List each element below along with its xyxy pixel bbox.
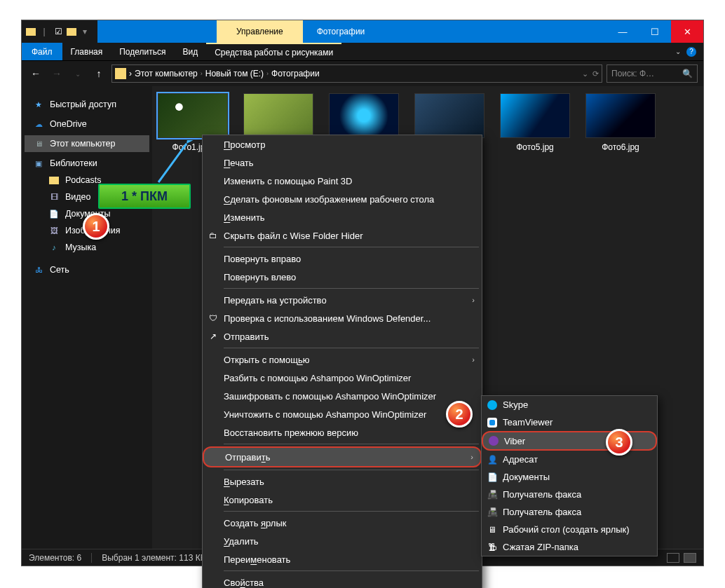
ctx-copy[interactable]: Копировать [203,491,482,509]
sendto-fax-1[interactable]: 📠Получатель факса [482,486,657,503]
search-input[interactable]: Поиск: Ф… 🔍 [607,64,698,83]
menu-separator [224,444,479,444]
navigation-bar: ← → ⌄ ↑ › Этот компьютер› Новый том (E:)… [22,61,703,86]
menu-label: Создать ярлык [224,518,286,528]
ctx-print[interactable]: Печать [203,153,482,172]
help-icon[interactable]: ? [686,47,696,57]
menu-label: TeamViewer [503,417,553,428]
large-icons-view-button[interactable] [684,553,696,563]
sidebar-quick-access[interactable]: ★Быстрый доступ [25,96,149,113]
library-icon: ▣ [33,158,44,169]
teamviewer-icon [486,418,499,428]
ctx-rename[interactable]: Переименовать [203,550,482,568]
sidebar-item-label: Библиотеки [50,158,97,168]
annotation-callout-1: 1 * ПКМ [98,184,191,209]
menu-label: Отправить [224,331,269,342]
chevron-right-icon: › [472,355,475,364]
thumbnail-image [500,93,570,138]
menu-label: Документы [503,472,550,482]
crumb-this-pc[interactable]: Этот компьютер [135,69,198,78]
minimize-button[interactable]: — [607,20,639,43]
ctx-properties[interactable]: Свойства [203,573,482,588]
up-button[interactable]: ↑ [90,65,107,82]
menu-label: Изменить [224,212,265,223]
sidebar-lib-music[interactable]: ♪Музыка [25,239,149,256]
sendto-mail-recipient[interactable]: 👤Адресат [482,451,657,468]
tab-share[interactable]: Поделиться [111,43,174,60]
ctx-edit[interactable]: Изменить [203,208,482,226]
tab-picture-tools[interactable]: Средства работы с рисунками [206,43,341,60]
file-thumbnail[interactable]: Фото6.jpg [585,93,656,152]
open-folder-icon[interactable] [67,28,76,36]
annotation-badge-3: 3 [606,429,632,456]
sendto-skype[interactable]: Skype [482,396,657,413]
ctx-view[interactable]: Просмотр [203,135,482,153]
ctx-ashampoo-destroy[interactable]: Уничтожить с помощью Ashampoo WinOptimiz… [203,405,482,423]
status-selection: Выбран 1 элемент: 113 КБ [102,553,205,563]
ribbon-expand-icon[interactable]: ⌄ [675,48,681,55]
menu-label: Проверка с использованием Windows Defend… [224,313,431,324]
ctx-restore-version[interactable]: Восстановить прежнюю версию [203,423,482,442]
ctx-create-shortcut[interactable]: Создать ярлык [203,514,482,532]
ctx-share[interactable]: ↗Отправить [203,327,482,346]
chevron-right-icon[interactable]: › [266,70,269,77]
address-bar[interactable]: › Этот компьютер› Новый том (E:)› Фотогр… [111,64,602,83]
crumb-folder[interactable]: Фотографии [271,69,320,78]
zip-icon: 🗜 [486,542,499,552]
chevron-right-icon[interactable]: › [129,69,132,78]
recent-locations-button[interactable]: ⌄ [69,65,86,82]
menu-label: Сжатая ZIP-папка [503,542,578,552]
ctx-cast[interactable]: Передать на устройство› [203,291,482,309]
file-menu[interactable]: Файл [22,43,62,60]
file-name: Фото5.jpg [500,142,570,152]
ctx-ashampoo-split[interactable]: Разбить с помощью Ashampoo WinOptimizer [203,369,482,387]
back-button[interactable]: ← [27,65,44,82]
contextual-tab-header[interactable]: Управление [217,20,303,43]
sidebar-onedrive[interactable]: ☁OneDrive [25,116,149,132]
ctx-open-with[interactable]: Открыть с помощью› [203,350,482,369]
crumb-drive[interactable]: Новый том (E:) [205,69,264,78]
close-button[interactable]: ✕ [671,20,703,43]
chevron-right-icon: › [472,296,475,304]
ctx-rotate-left[interactable]: Повернуть влево [203,268,482,286]
titlebar: | ☑ ▾ Управление Фотографии — ☐ ✕ [22,20,703,43]
refresh-icon[interactable]: ⟳ [592,69,599,78]
ctx-hide-wise[interactable]: 🗀Скрыть файл с Wise Folder Hider [203,226,482,245]
folder-icon [26,28,36,36]
viber-icon [487,436,500,446]
sendto-teamviewer[interactable]: TeamViewer [482,413,657,431]
checkbox-icon[interactable]: ☑ [53,26,64,37]
ctx-defender[interactable]: 🛡Проверка с использованием Windows Defen… [203,309,482,327]
tab-home[interactable]: Главная [62,43,111,60]
ctx-cut[interactable]: Вырезать [203,472,482,491]
sendto-fax-2[interactable]: 📠Получатель факса [482,503,657,521]
ctx-rotate-right[interactable]: Повернуть вправо [203,249,482,268]
ctx-ashampoo-encrypt[interactable]: Зашифровать с помощью Ashampoo WinOptimi… [203,387,482,405]
tab-view[interactable]: Вид [174,43,206,60]
sendto-zip[interactable]: 🗜Сжатая ZIP-папка [482,538,657,556]
desktop-icon: 🖥 [486,525,499,535]
file-thumbnail[interactable]: Фото5.jpg [500,93,570,152]
forward-button[interactable]: → [48,65,65,82]
video-icon: 🎞 [48,191,60,203]
share-icon: ↗ [207,331,219,341]
sendto-desktop-shortcut[interactable]: 🖥Рабочий стол (создать ярлык) [482,521,657,538]
ctx-set-wallpaper[interactable]: Сделать фоновым изображением рабочего ст… [203,190,482,208]
address-dropdown-icon[interactable]: ⌄ [582,69,588,78]
menu-separator [224,247,479,247]
menu-label: Получатель факса [503,507,581,517]
ctx-send-to[interactable]: Отправить› [203,446,482,467]
sendto-documents[interactable]: 📄Документы [482,468,657,486]
menu-separator [224,288,479,289]
status-item-count: Элементов: 6 [29,553,81,563]
sidebar-this-pc[interactable]: 🖥Этот компьютер [25,135,149,152]
chevron-right-icon[interactable]: › [201,70,203,77]
ctx-edit-paint3d[interactable]: Изменить с помощью Paint 3D [203,172,482,190]
sidebar-libraries[interactable]: ▣Библиотеки [25,155,149,172]
quick-access-toolbar: | ☑ ▾ [22,20,97,43]
details-view-button[interactable] [667,553,679,563]
ctx-delete[interactable]: Удалить [203,532,482,550]
qat-dropdown-icon[interactable]: ▾ [79,26,90,37]
sidebar-network[interactable]: 🖧Сеть [25,261,149,278]
maximize-button[interactable]: ☐ [639,20,671,43]
